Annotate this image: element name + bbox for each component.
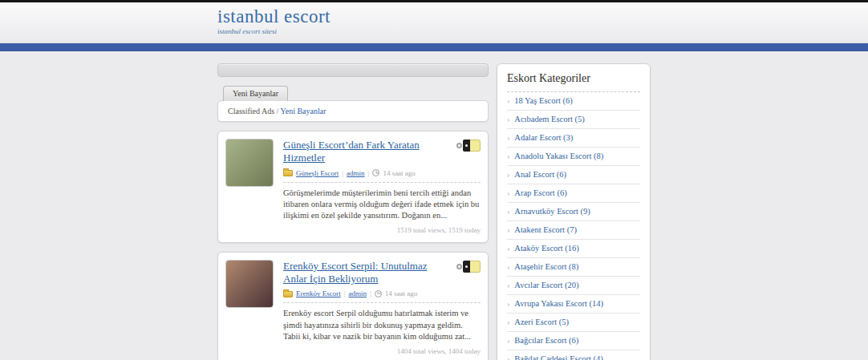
sidebar-category-link[interactable]: Anal Escort (6): [514, 170, 566, 179]
tag-yellow-part: [470, 261, 481, 273]
keyring-icon: [456, 143, 462, 148]
chevron-right-icon: ›: [507, 115, 509, 123]
sidebar-category-link[interactable]: Arap Escort (6): [514, 188, 566, 197]
sidebar-category-link[interactable]: Adalar Escort (3): [514, 133, 573, 142]
post-thumbnail-image[interactable]: [225, 139, 274, 187]
sidebar-category-link[interactable]: Bağdat Caddesi Escort (4): [514, 354, 603, 360]
post-card: Güneşli Escort’dan Fark Yaratan Hizmetle…: [217, 131, 489, 243]
chevron-right-icon: ›: [507, 134, 509, 142]
sidebar-category-item[interactable]: › Anadolu Yakası Escort (8): [507, 148, 640, 166]
chevron-right-icon: ›: [507, 189, 509, 197]
site-header: istanbul escort istanbul escort sitesi: [0, 2, 868, 43]
breadcrumb-separator: /: [277, 107, 279, 115]
tag-black-part: [463, 261, 470, 273]
sidebar-category-item[interactable]: › 18 Yaş Escort (6): [507, 92, 640, 111]
post-author-link[interactable]: admin: [347, 169, 365, 177]
post-author-link[interactable]: admin: [349, 289, 367, 297]
chevron-right-icon: ›: [507, 97, 509, 105]
site-title: istanbul escort: [217, 6, 651, 26]
post-meta: Güneşli Escort | admin | 14 saat ago: [283, 169, 481, 183]
post-category-link[interactable]: Güneşli Escort: [296, 169, 339, 177]
meta-separator: |: [370, 289, 371, 297]
chevron-right-icon: ›: [507, 318, 509, 326]
folder-icon: [283, 291, 293, 297]
sidebar-category-link[interactable]: 18 Yaş Escort (6): [514, 96, 572, 105]
post-title-link[interactable]: Güneşli Escort’dan Fark Yaratan Hizmetle…: [283, 139, 481, 165]
sidebar-category-link[interactable]: Avcılar Escort (20): [514, 281, 578, 289]
sidebar-category-link[interactable]: Arnavutköy Escort (9): [514, 207, 590, 216]
breadcrumb-root: Classified Ads: [228, 107, 274, 115]
sidebar-category-item[interactable]: › Azeri Escort (5): [507, 313, 640, 332]
meta-separator: |: [342, 169, 343, 177]
accent-divider-bar: [0, 43, 868, 51]
chevron-right-icon: ›: [507, 171, 509, 179]
key-tag-icon: [456, 261, 481, 273]
post-meta: Erenköy Escort | admin | 14 saat ago: [283, 289, 481, 303]
top-utility-bar: [217, 63, 489, 77]
site-tagline: istanbul escort sitesi: [217, 27, 651, 35]
sidebar-category-link[interactable]: Atakent Escort (7): [514, 225, 577, 234]
tab-yeni-bayanlar[interactable]: Yeni Bayanlar: [223, 86, 288, 101]
meta-separator: |: [344, 289, 346, 297]
folder-icon: [283, 170, 293, 176]
chevron-right-icon: ›: [507, 226, 509, 234]
sidebar-category-item[interactable]: › Bağdat Caddesi Escort (4): [507, 350, 640, 360]
sidebar-category-item[interactable]: › Adalar Escort (3): [507, 129, 640, 148]
sidebar-category-link[interactable]: Ataşehir Escort (8): [514, 262, 578, 271]
post-views-count: 1404 total views, 1404 today: [283, 347, 481, 356]
post-title-link[interactable]: Erenköy Escort Serpil: Unutulmaz Anlar İ…: [283, 260, 481, 286]
post-excerpt: Görüşmelerimde müşterilerimin beni terci…: [283, 188, 481, 222]
sidebar: Eskort Kategoriler › 18 Yaş Escort (6) ›…: [497, 63, 651, 360]
sidebar-category-item[interactable]: › Ataköy Escort (16): [507, 240, 640, 258]
sidebar-category-item[interactable]: › Avrupa Yakası Escort (14): [507, 295, 640, 313]
meta-separator: |: [368, 169, 370, 177]
post-time: 14 saat ago: [383, 169, 416, 177]
breadcrumb-current-link[interactable]: Yeni Bayanlar: [280, 107, 326, 115]
chevron-right-icon: ›: [507, 263, 509, 271]
post-excerpt: Erenköy escort Serpil olduğumu hatırlatm…: [283, 308, 481, 342]
post-views-count: 1519 total views, 1519 today: [283, 226, 481, 235]
post-card: Erenköy Escort Serpil: Unutulmaz Anlar İ…: [217, 252, 489, 360]
breadcrumb: Classified Ads / Yeni Bayanlar: [217, 100, 489, 122]
sidebar-category-link[interactable]: Azeri Escort (5): [514, 318, 569, 326]
sidebar-category-item[interactable]: › Acıbadem Escort (5): [507, 111, 640, 129]
sidebar-category-item[interactable]: › Arnavutköy Escort (9): [507, 203, 640, 221]
sidebar-category-item[interactable]: › Arap Escort (6): [507, 184, 640, 203]
post-category-link[interactable]: Erenköy Escort: [296, 289, 341, 297]
chevron-right-icon: ›: [507, 337, 509, 345]
content-area: Yeni Bayanlar Classified Ads / Yeni Baya…: [217, 63, 651, 360]
clock-icon: [372, 169, 379, 176]
sidebar-category-item[interactable]: › Ataşehir Escort (8): [507, 258, 640, 277]
chevron-right-icon: ›: [507, 300, 509, 308]
sidebar-category-link[interactable]: Ataköy Escort (16): [514, 244, 578, 253]
chevron-right-icon: ›: [507, 355, 509, 360]
clock-icon: [375, 290, 382, 297]
chevron-right-icon: ›: [507, 245, 509, 253]
keyring-icon: [456, 264, 462, 269]
tag-black-part: [463, 140, 470, 152]
main-column: Yeni Bayanlar Classified Ads / Yeni Baya…: [217, 63, 489, 360]
sidebar-category-link[interactable]: Anadolu Yakası Escort (8): [514, 152, 603, 160]
chevron-right-icon: ›: [507, 152, 509, 160]
tag-yellow-part: [470, 140, 481, 152]
tab-row: Yeni Bayanlar: [217, 84, 489, 100]
sidebar-category-item[interactable]: › Atakent Escort (7): [507, 221, 640, 240]
sidebar-category-link[interactable]: Bağcılar Escort (6): [514, 336, 578, 345]
post-list: Güneşli Escort’dan Fark Yaratan Hizmetle…: [217, 131, 489, 360]
sidebar-category-item[interactable]: › Avcılar Escort (20): [507, 277, 640, 295]
chevron-right-icon: ›: [507, 208, 509, 216]
sidebar-category-item[interactable]: › Bağcılar Escort (6): [507, 332, 640, 350]
category-list: › 18 Yaş Escort (6) › Acıbadem Escort (5…: [507, 92, 640, 360]
post-thumbnail-image[interactable]: [225, 260, 274, 308]
sidebar-title: Eskort Kategoriler: [507, 72, 640, 92]
sidebar-category-link[interactable]: Acıbadem Escort (5): [514, 115, 584, 123]
chevron-right-icon: ›: [507, 281, 509, 289]
sidebar-categories-widget: Eskort Kategoriler › 18 Yaş Escort (6) ›…: [497, 63, 651, 360]
key-tag-icon: [456, 140, 481, 152]
sidebar-category-item[interactable]: › Anal Escort (6): [507, 166, 640, 184]
sidebar-category-link[interactable]: Avrupa Yakası Escort (14): [514, 299, 603, 308]
post-time: 14 saat ago: [385, 289, 418, 297]
